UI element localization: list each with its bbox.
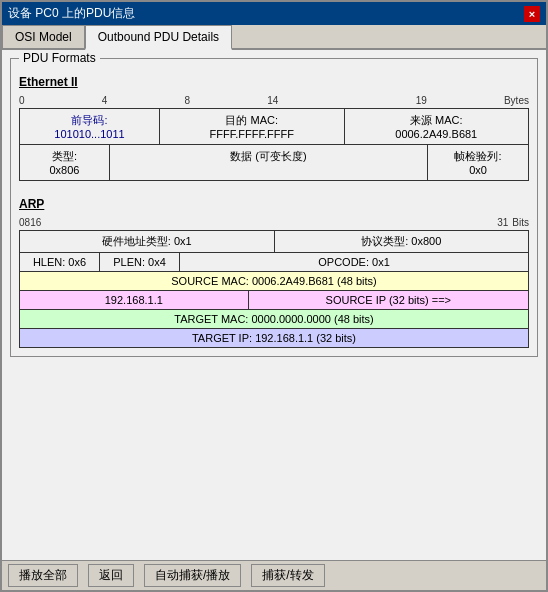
ethernet-title: Ethernet II <box>19 75 529 89</box>
arp-row2: HLEN: 0x6 PLEN: 0x4 OPCODE: 0x1 <box>19 253 529 272</box>
arp-title: ARP <box>19 197 529 211</box>
arp-section: ARP 0 8 16 31 Bits 硬件地址类型: 0x1 协议类型: 0x8… <box>19 197 529 348</box>
bits-label: Bits <box>512 217 529 228</box>
pdu-formats-label: PDU Formats <box>19 51 100 65</box>
ethernet-row1: 前导码: 101010...1011 目的 MAC: FFFF.FFFF.FFF… <box>19 108 529 145</box>
eth-preamble-cell: 前导码: 101010...1011 <box>20 109 160 144</box>
tab-outbound[interactable]: Outbound PDU Details <box>85 25 232 50</box>
window-title: 设备 PC0 上的PDU信息 <box>8 5 135 22</box>
auto-play-button[interactable]: 自动捕获/播放 <box>144 564 241 587</box>
play-all-button[interactable]: 播放全部 <box>8 564 78 587</box>
tab-bar: OSI Model Outbound PDU Details <box>2 25 546 50</box>
arp-plen-cell: PLEN: 0x4 <box>100 253 180 271</box>
main-content: PDU Formats Ethernet II 0 4 8 14 19 Byte… <box>2 50 546 560</box>
arp-hlen-cell: HLEN: 0x6 <box>20 253 100 271</box>
arp-source-ip-right-cell: SOURCE IP (32 bits) ==> <box>249 291 528 309</box>
arp-target-mac-cell: TARGET MAC: 0000.0000.0000 (48 bits) <box>20 310 528 328</box>
bytes-label: Bytes <box>504 95 529 106</box>
arp-source-mac-cell: SOURCE MAC: 0006.2A49.B681 (48 bits) <box>20 272 528 290</box>
ethernet-scale: 0 4 8 14 19 Bytes <box>19 93 529 108</box>
arp-target-ip-cell: TARGET IP: 192.168.1.1 (32 bits) <box>20 329 528 347</box>
arp-source-mac-row: SOURCE MAC: 0006.2A49.B681 (48 bits) <box>19 272 529 291</box>
ethernet-section: Ethernet II 0 4 8 14 19 Bytes 前导码: 10101… <box>19 75 529 181</box>
arp-proto-cell: 协议类型: 0x800 <box>275 231 529 252</box>
bottom-bar: 播放全部 返回 自动捕获/播放 捕获/转发 <box>2 560 546 590</box>
close-button[interactable]: × <box>524 6 540 22</box>
arp-scale: 0 8 16 31 Bits <box>19 215 529 230</box>
arp-hwtype-cell: 硬件地址类型: 0x1 <box>20 231 275 252</box>
eth-type-cell: 类型: 0x806 <box>20 145 110 180</box>
title-bar: 设备 PC0 上的PDU信息 × <box>2 2 546 25</box>
eth-src-mac-cell: 来源 MAC: 0006.2A49.B681 <box>345 109 529 144</box>
arp-row1: 硬件地址类型: 0x1 协议类型: 0x800 <box>19 230 529 253</box>
capture-button[interactable]: 捕获/转发 <box>251 564 324 587</box>
main-window: 设备 PC0 上的PDU信息 × OSI Model Outbound PDU … <box>0 0 548 592</box>
arp-opcode-cell: OPCODE: 0x1 <box>180 253 528 271</box>
arp-source-ip-left-cell: 192.168.1.1 <box>20 291 249 309</box>
eth-fcs-cell: 帧检验列: 0x0 <box>428 145 528 180</box>
arp-target-mac-row: TARGET MAC: 0000.0000.0000 (48 bits) <box>19 310 529 329</box>
tab-osi[interactable]: OSI Model <box>2 25 85 48</box>
arp-target-ip-row: TARGET IP: 192.168.1.1 (32 bits) <box>19 329 529 348</box>
eth-data-cell: 数据 (可变长度) <box>110 145 428 180</box>
back-button[interactable]: 返回 <box>88 564 134 587</box>
eth-dest-mac-cell: 目的 MAC: FFFF.FFFF.FFFF <box>160 109 345 144</box>
pdu-formats-section: PDU Formats Ethernet II 0 4 8 14 19 Byte… <box>10 58 538 357</box>
ethernet-row2: 类型: 0x806 数据 (可变长度) 帧检验列: 0x0 <box>19 145 529 181</box>
arp-source-ip-row: 192.168.1.1 SOURCE IP (32 bits) ==> <box>19 291 529 310</box>
